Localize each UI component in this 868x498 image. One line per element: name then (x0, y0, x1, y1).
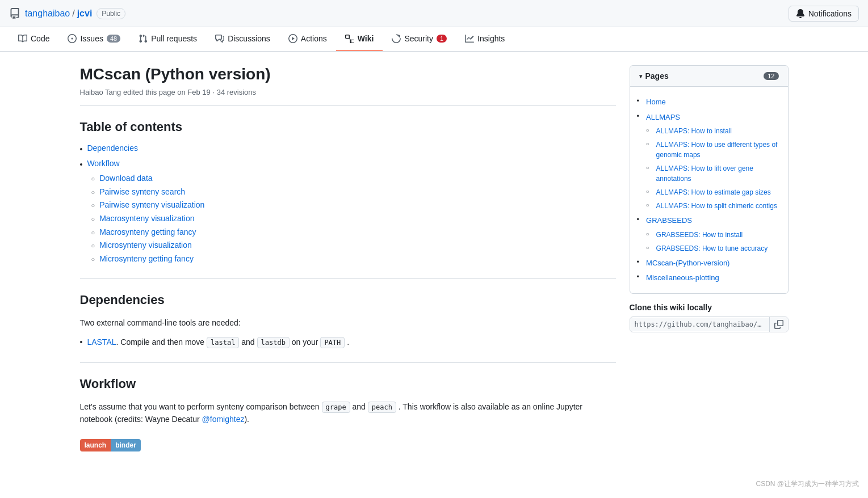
grape-code: grape (322, 402, 350, 413)
sidebar-link-allmaps[interactable]: ALLMAPS (641, 111, 685, 124)
sidebar-link-misc[interactable]: Miscellaneous-plotting (641, 271, 724, 285)
clone-copy-button[interactable] (769, 317, 788, 332)
nav-item-security[interactable]: Security 1 (383, 27, 456, 51)
clone-title: Clone this wiki locally (630, 303, 789, 312)
toc-link-micro-fancy[interactable]: Microsynteny getting fancy (99, 254, 194, 263)
divider-2 (80, 362, 616, 363)
sidebar-nav-misc: Miscellaneous-plotting (635, 271, 783, 285)
nav-wiki-label: Wiki (358, 34, 374, 43)
toc-link-pairwise-vis[interactable]: Pairwise synteny visualization (99, 200, 204, 209)
sidebar-nav-grabseeds: GRABSEEDS GRABSEEDS: How to install GRAB… (635, 214, 783, 255)
code-icon (18, 34, 27, 43)
sidebar-sub-allmaps-lift: ALLMAPS: How to lift over gene annotatio… (644, 162, 783, 185)
nav-actions-label: Actions (301, 34, 327, 43)
toc-sub-list: Download data Pairwise synteny search Pa… (91, 174, 616, 265)
nav-code-label: Code (31, 34, 49, 43)
page-title: MCscan (Python version) (80, 65, 616, 83)
repo-icon (9, 8, 20, 19)
nav-item-wiki[interactable]: Wiki (336, 27, 383, 51)
nav-issues-label: Issues (80, 34, 103, 43)
sidebar-nav-mcscan: MCscan-(Python-version) (635, 256, 783, 270)
toc-sub-micro-vis: Microsynteny visualization (91, 240, 616, 251)
toc-sub-pairwise-vis: Pairwise synteny visualization (91, 200, 616, 211)
notifications-button[interactable]: Notifications (789, 6, 859, 22)
repo-owner[interactable]: tanghaibao (25, 9, 70, 19)
notifications-label: Notifications (808, 9, 852, 18)
nav-pr-label: Pull requests (151, 34, 197, 43)
toc-sub-pairwise-search: Pairwise synteny search (91, 187, 616, 198)
chevron-down-icon: ▾ (639, 73, 642, 79)
bell-icon (796, 9, 805, 18)
toc-link-workflow[interactable]: Workflow (87, 159, 119, 168)
sidebar-link-allmaps-types[interactable]: ALLMAPS: How to use different types of g… (652, 138, 783, 161)
toc-link-micro-vis[interactable]: Microsynteny visualization (99, 240, 192, 250)
sidebar-link-grabseeds-accuracy[interactable]: GRABSEEDS: How to tune accuracy (652, 242, 773, 255)
sidebar-sub-allmaps-gap: ALLMAPS: How to estimate gap sizes (644, 186, 783, 199)
nav-bar: Code Issues 48 Pull requests Discussions… (0, 27, 868, 52)
toc-link-download[interactable]: Download data (99, 174, 152, 183)
lastal-item: LASTAL. Compile and then move lastal and… (80, 336, 616, 348)
toc-link-pairwise-search[interactable]: Pairwise synteny search (99, 187, 185, 196)
nav-insights-label: Insights (477, 34, 505, 43)
binder-name: binder (111, 439, 141, 451)
peach-code: peach (368, 402, 396, 413)
toc-item-workflow: Workflow Download data Pairwise synteny … (80, 159, 616, 265)
toc-heading: Table of contents (80, 120, 616, 134)
header-left: tanghaibao / jcvi Public (9, 8, 125, 19)
fomightez-link[interactable]: @fomightez (202, 415, 245, 424)
pr-icon (139, 34, 148, 43)
sidebar-link-allmaps-gap[interactable]: ALLMAPS: How to estimate gap sizes (652, 186, 775, 199)
sidebar-link-home[interactable]: Home (641, 95, 670, 109)
clone-section: Clone this wiki locally (630, 303, 789, 332)
nav-item-discussions[interactable]: Discussions (206, 27, 279, 51)
binder-launch: launch (80, 439, 111, 451)
sidebar: ▾ Pages 12 Home ALLMAPS ALLMAPS: How to … (630, 65, 789, 451)
wiki-icon (345, 34, 354, 43)
sidebar-link-mcscan[interactable]: MCscan-(Python-version) (641, 256, 734, 270)
sidebar-link-grabseeds-install[interactable]: GRABSEEDS: How to install (652, 229, 748, 241)
divider-1 (80, 278, 616, 279)
clone-input-wrap (630, 316, 789, 332)
main-container: MCscan (Python version) Haibao Tang edit… (71, 52, 798, 465)
sidebar-link-allmaps-lift[interactable]: ALLMAPS: How to lift over gene annotatio… (652, 162, 783, 185)
lastdb-code: lastdb (257, 337, 290, 348)
lastal-link[interactable]: LASTAL (87, 337, 116, 347)
toc-link-dependencies[interactable]: Dependencies (87, 144, 138, 153)
sidebar-link-grabseeds[interactable]: GRABSEEDS (641, 214, 697, 227)
sidebar-nav-allmaps: ALLMAPS ALLMAPS: How to install ALLMAPS:… (635, 111, 783, 213)
clone-url-input[interactable] (630, 318, 769, 331)
workflow-text: Let's assume that you want to perform sy… (80, 400, 616, 426)
dependencies-heading: Dependencies (80, 293, 616, 307)
issues-icon (68, 34, 77, 43)
toc-list: Dependencies Workflow Download data Pair… (80, 144, 616, 265)
nav-item-insights[interactable]: Insights (456, 27, 514, 51)
actions-icon (288, 34, 297, 43)
public-badge: Public (97, 8, 125, 19)
nav-item-pull-requests[interactable]: Pull requests (129, 27, 206, 51)
dependencies-intro: Two external command-line tools are need… (80, 316, 616, 329)
nav-item-issues[interactable]: Issues 48 (58, 27, 129, 51)
security-badge: 1 (437, 35, 447, 43)
repo-title: tanghaibao / jcvi (25, 9, 92, 19)
nav-discussions-label: Discussions (228, 34, 270, 43)
insights-icon (465, 34, 474, 43)
binder-badge-wrap: launch binder (80, 432, 616, 451)
nav-item-code[interactable]: Code (9, 27, 58, 51)
workflow-heading: Workflow (80, 377, 616, 391)
sidebar-sub-allmaps-install: ALLMAPS: How to install (644, 125, 783, 137)
repo-name[interactable]: jcvi (77, 9, 93, 19)
sidebar-link-allmaps-install[interactable]: ALLMAPS: How to install (652, 125, 736, 137)
security-icon (392, 34, 401, 43)
lastal-code: lastal (207, 337, 239, 348)
toc-sub-macro-vis: Macrosynteny visualization (91, 214, 616, 225)
sidebar-link-allmaps-chimeric[interactable]: ALLMAPS: How to split chimeric contigs (652, 200, 782, 212)
page-meta: Haibao Tang edited this page on Feb 19 ·… (80, 88, 616, 106)
sidebar-nav-home: Home (635, 95, 783, 109)
nav-item-actions[interactable]: Actions (279, 27, 336, 51)
dependencies-list: LASTAL. Compile and then move lastal and… (80, 336, 616, 348)
wiki-content: MCscan (Python version) Haibao Tang edit… (80, 65, 616, 451)
toc-link-macro-fancy[interactable]: Macrosynteny getting fancy (99, 227, 196, 237)
binder-badge[interactable]: launch binder (80, 439, 141, 451)
toc-sub-macro-fancy: Macrosynteny getting fancy (91, 227, 616, 238)
toc-link-macro-vis[interactable]: Macrosynteny visualization (99, 214, 194, 223)
